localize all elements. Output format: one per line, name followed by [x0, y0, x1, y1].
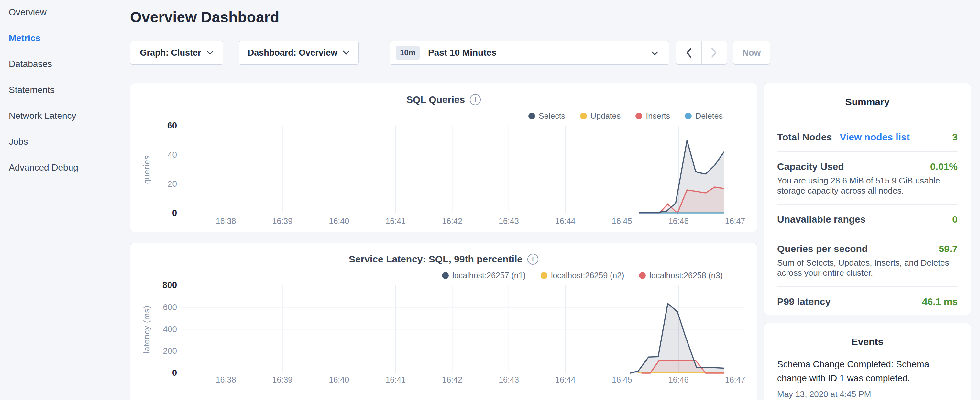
summary-row: P99 latency46.1 ms	[777, 287, 958, 316]
chart-title: Service Latency: SQL, 99th percentile	[349, 254, 522, 265]
dashboard-dropdown[interactable]: Dashboard: Overview	[239, 41, 359, 65]
info-icon[interactable]: i	[527, 254, 538, 265]
legend-dot-icon	[639, 272, 646, 279]
y-tick-label: 20	[149, 179, 177, 189]
time-step-forward-button[interactable]	[702, 41, 727, 64]
event-timestamp: May 13, 2020 at 4:45 PM	[777, 389, 958, 399]
y-tick-label: 40	[149, 150, 177, 160]
now-button[interactable]: Now	[733, 41, 770, 65]
summary-row-label: P99 latency	[777, 296, 830, 308]
page-title: Overview Dashboard	[130, 8, 279, 26]
graph-dropdown[interactable]: Graph: Cluster	[130, 41, 223, 65]
time-range-dropdown[interactable]: 10m Past 10 Minutes	[390, 41, 670, 65]
x-tick-label: 16:39	[265, 217, 300, 226]
legend-item[interactable]: Deletes	[685, 112, 723, 121]
chart-plot-area[interactable]	[181, 285, 745, 376]
summary-row-label: Unavailable ranges	[777, 214, 865, 225]
summary-panel: Summary Total NodesView nodes list3Capac…	[764, 83, 971, 315]
sidebar-item-databases[interactable]: Databases	[0, 57, 130, 70]
sidebar-item-network-latency[interactable]: Network Latency	[0, 109, 130, 122]
legend-label: localhost:26257 (n1)	[452, 271, 526, 280]
x-tick-label: 16:43	[491, 217, 527, 226]
sidebar-item-advanced-debug[interactable]: Advanced Debug	[0, 161, 130, 174]
legend-label: Updates	[590, 112, 620, 121]
events-title: Events	[764, 336, 970, 347]
view-nodes-list-link[interactable]: View nodes list	[840, 131, 910, 143]
chart-plot-area[interactable]	[181, 126, 745, 216]
time-range-badge: 10m	[396, 46, 420, 59]
y-tick-label: 0	[149, 208, 177, 218]
x-tick-label: 16:47	[717, 217, 753, 226]
legend-dot-icon	[580, 113, 587, 120]
summary-rows: Total NodesView nodes list3Capacity Used…	[777, 122, 958, 316]
chevron-down-icon	[652, 51, 658, 57]
sidebar-item-jobs[interactable]: Jobs	[0, 135, 130, 148]
controls-divider	[379, 41, 379, 65]
legend-item[interactable]: Inserts	[635, 112, 670, 121]
time-step-button-group	[676, 41, 727, 65]
summary-row-value: 59.7	[939, 243, 958, 255]
legend-label: Deletes	[695, 112, 723, 121]
chart-title: SQL Queries	[406, 94, 465, 105]
time-step-back-button[interactable]	[676, 41, 702, 64]
sidebar-item-overview[interactable]: Overview	[0, 6, 130, 19]
dashboard-dropdown-label: Dashboard: Overview	[248, 48, 338, 58]
y-tick-label: 400	[149, 324, 177, 334]
legend-dot-icon	[442, 272, 449, 279]
summary-row-label: Total Nodes	[777, 131, 832, 143]
x-tick-label: 16:41	[378, 375, 414, 384]
summary-row-label: Capacity Used	[777, 161, 844, 172]
x-tick-label: 16:42	[434, 217, 470, 226]
events-panel: Events Schema Change Completed: Schema c…	[764, 323, 971, 400]
x-tick-label: 16:40	[321, 217, 357, 226]
time-range-label: Past 10 Minutes	[428, 48, 496, 58]
service-latency-chart-card: Service Latency: SQL, 99th percentile i …	[130, 243, 757, 400]
legend-label: localhost:26258 (n3)	[649, 271, 723, 280]
summary-row: Queries per second59.7Sum of Selects, Up…	[777, 234, 958, 287]
x-tick-label: 16:46	[661, 375, 696, 384]
summary-row: Unavailable ranges0	[777, 204, 958, 234]
legend-label: Inserts	[646, 112, 670, 121]
summary-row-label: Queries per second	[777, 243, 868, 255]
legend-item[interactable]: localhost:26258 (n3)	[639, 271, 723, 280]
x-tick-label: 16:44	[547, 217, 583, 226]
sidebar: OverviewMetricsDatabasesStatementsNetwor…	[0, 0, 130, 400]
info-icon[interactable]: i	[470, 94, 481, 105]
y-tick-label: 200	[149, 346, 177, 356]
legend-item[interactable]: Updates	[580, 112, 620, 121]
x-tick-label: 16:45	[604, 217, 640, 226]
x-tick-label: 16:40	[321, 375, 357, 384]
x-tick-label: 16:38	[208, 217, 243, 226]
legend-item[interactable]: localhost:26257 (n1)	[442, 271, 526, 280]
sql-queries-chart-card: SQL Queries i SelectsUpdatesInsertsDelet…	[130, 83, 757, 232]
legend-label: Selects	[539, 112, 565, 121]
events-list: Schema Change Completed: Schema change w…	[777, 357, 958, 399]
legend-label: localhost:26259 (n2)	[551, 271, 624, 280]
summary-row-value: 46.1 ms	[922, 296, 958, 308]
summary-row-value: 0	[952, 214, 958, 225]
legend-item[interactable]: Selects	[528, 112, 565, 121]
event-text: Schema Change Completed: Schema change w…	[777, 357, 958, 385]
summary-title: Summary	[764, 96, 970, 107]
legend-dot-icon	[635, 113, 642, 120]
chevron-down-icon	[207, 51, 213, 56]
x-tick-label: 16:46	[661, 217, 696, 226]
summary-row: Total NodesView nodes list3	[777, 122, 958, 151]
chart-legend: SelectsUpdatesInsertsDeletes	[528, 112, 723, 121]
sidebar-item-statements[interactable]: Statements	[0, 83, 130, 96]
y-tick-label: 0	[149, 368, 177, 378]
graph-dropdown-label: Graph: Cluster	[140, 48, 201, 58]
summary-row-value: 0.01%	[930, 161, 958, 172]
y-tick-label: 60	[149, 121, 177, 131]
summary-row-value: 3	[952, 131, 958, 143]
x-tick-label: 16:38	[208, 375, 243, 384]
legend-item[interactable]: localhost:26259 (n2)	[541, 271, 624, 280]
x-tick-label: 16:47	[717, 375, 753, 384]
chart-legend: localhost:26257 (n1)localhost:26259 (n2)…	[442, 271, 723, 280]
legend-dot-icon	[528, 113, 535, 120]
x-tick-label: 16:41	[378, 217, 414, 226]
sidebar-item-metrics[interactable]: Metrics	[0, 32, 130, 45]
legend-dot-icon	[541, 272, 547, 279]
x-tick-label: 16:39	[265, 375, 300, 384]
chevron-down-icon	[343, 51, 350, 56]
